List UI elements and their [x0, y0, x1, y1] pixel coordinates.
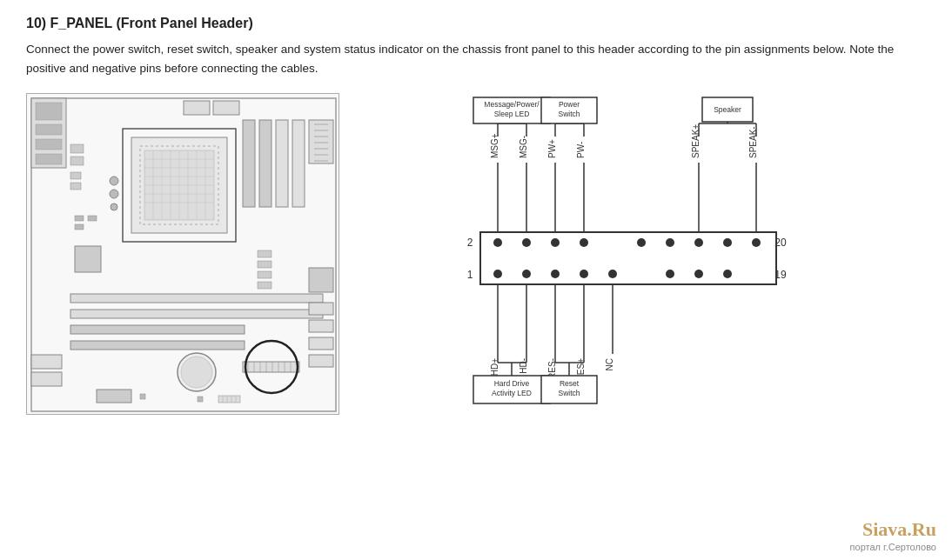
- svg-rect-79: [70, 172, 81, 179]
- svg-rect-75: [309, 303, 333, 315]
- section-title: 10) F_PANEL (Front Panel Header): [26, 16, 926, 31]
- reset-switch-label2: Switch: [558, 389, 580, 397]
- motherboard-svg: [27, 94, 340, 416]
- pin-2-label: 2: [467, 237, 473, 249]
- section-number: 10): [26, 16, 46, 30]
- watermark-brand: Siava.Ru: [850, 518, 936, 541]
- svg-rect-47: [70, 341, 245, 350]
- svg-point-87: [580, 238, 588, 247]
- svg-rect-25: [276, 120, 288, 207]
- msg-minus-label: MSG-: [519, 136, 528, 158]
- svg-rect-52: [258, 271, 272, 278]
- svg-rect-81: [70, 144, 84, 153]
- power-switch-label1: Power: [559, 100, 580, 109]
- svg-point-86: [551, 238, 560, 247]
- svg-point-38: [110, 190, 118, 198]
- watermark: Siava.Ru портал г.Сертолово: [850, 518, 936, 553]
- svg-point-98: [666, 270, 674, 278]
- svg-rect-40: [75, 216, 84, 221]
- svg-rect-46: [70, 325, 245, 334]
- svg-rect-20: [36, 124, 62, 135]
- motherboard-diagram: [26, 93, 339, 415]
- svg-point-39: [111, 203, 117, 210]
- svg-rect-43: [75, 246, 101, 272]
- svg-rect-80: [70, 183, 81, 190]
- svg-point-93: [493, 270, 502, 278]
- svg-rect-51: [258, 261, 272, 268]
- svg-rect-36: [213, 101, 239, 115]
- svg-rect-82: [70, 157, 84, 165]
- svg-rect-78: [309, 355, 333, 367]
- svg-rect-67: [140, 394, 145, 399]
- speaker-label: Speaker: [714, 105, 741, 114]
- svg-rect-42: [75, 224, 84, 230]
- reset-switch-label1: Reset: [560, 379, 580, 388]
- svg-point-92: [752, 238, 761, 247]
- hd-led-label2: Activity LED: [492, 389, 532, 397]
- svg-point-49: [181, 357, 212, 388]
- svg-point-95: [551, 270, 560, 278]
- section-description: Connect the power switch, reset switch, …: [26, 40, 914, 77]
- msg-power-led-label1: Message/Power/: [484, 100, 540, 109]
- svg-rect-35: [184, 101, 210, 115]
- svg-point-90: [694, 238, 703, 247]
- svg-rect-77: [309, 337, 333, 350]
- watermark-subtitle: портал г.Сертолово: [850, 542, 936, 553]
- svg-rect-21: [36, 139, 62, 150]
- svg-point-94: [522, 270, 531, 278]
- svg-rect-44: [70, 294, 323, 303]
- svg-rect-76: [309, 320, 333, 332]
- msg-plus-label: MSG+: [490, 133, 499, 158]
- svg-rect-22: [36, 154, 62, 164]
- svg-point-89: [666, 238, 674, 247]
- section-heading: F_PANEL (Front Panel Header): [50, 16, 253, 30]
- msg-power-led-label2: Sleep LED: [494, 110, 530, 118]
- pin-19-label: 19: [774, 269, 787, 281]
- svg-rect-64: [31, 355, 62, 369]
- svg-rect-45: [70, 310, 323, 318]
- svg-rect-26: [292, 120, 305, 207]
- svg-rect-65: [31, 372, 62, 386]
- svg-rect-24: [259, 120, 272, 207]
- hd-led-label1: Hard Drive: [494, 379, 530, 388]
- svg-point-88: [637, 238, 646, 247]
- svg-point-97: [608, 270, 617, 278]
- svg-rect-53: [258, 282, 272, 289]
- svg-rect-19: [36, 103, 62, 120]
- pw-minus-label: PW-: [576, 142, 586, 158]
- svg-point-99: [694, 270, 703, 278]
- svg-point-91: [723, 238, 732, 247]
- svg-point-84: [493, 238, 502, 247]
- pw-plus-label: PW+: [547, 139, 557, 158]
- pin-20-label: 20: [774, 237, 787, 249]
- pin-diagram: 2 1 20 19 MSG+: [365, 93, 926, 441]
- svg-rect-50: [258, 250, 272, 257]
- svg-rect-68: [198, 397, 203, 402]
- svg-point-85: [522, 238, 531, 247]
- svg-rect-23: [243, 120, 255, 207]
- svg-rect-41: [88, 216, 97, 221]
- svg-rect-27: [309, 120, 333, 163]
- pin-1-label: 1: [467, 269, 473, 281]
- svg-point-37: [110, 177, 118, 185]
- power-switch-label2: Switch: [558, 110, 580, 118]
- svg-rect-74: [309, 268, 333, 292]
- nc-label: NC: [605, 358, 614, 370]
- svg-rect-69: [218, 396, 240, 403]
- svg-point-96: [580, 270, 588, 278]
- svg-rect-66: [97, 390, 131, 403]
- svg-point-100: [723, 270, 732, 278]
